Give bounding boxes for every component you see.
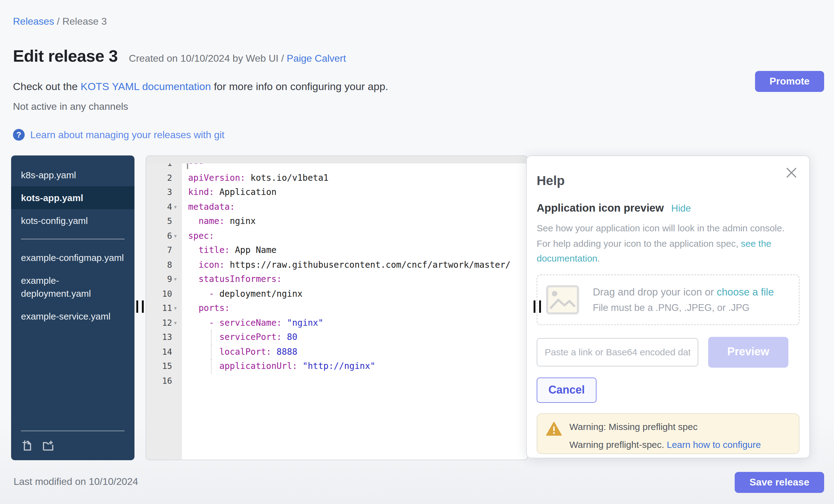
code-line-16: 16 bbox=[146, 374, 527, 388]
git-link-row: ? Learn about managing your releases wit… bbox=[13, 129, 224, 141]
line-number: 6 bbox=[146, 228, 172, 243]
dropzone-line1: Drag and drop your icon or choose a file bbox=[593, 286, 774, 298]
icon-preview-title: Application icon preview bbox=[537, 202, 664, 215]
kots-yaml-doc-link[interactable]: KOTS YAML documentation bbox=[81, 81, 211, 92]
git-releases-link[interactable]: Learn about managing your releases with … bbox=[30, 129, 224, 140]
warning-line2: Warning preflight-spec. Learn how to con… bbox=[569, 439, 761, 450]
new-folder-icon[interactable] bbox=[42, 439, 55, 452]
icon-url-input[interactable] bbox=[537, 338, 698, 366]
code-line-7: 7 title: App Name bbox=[146, 243, 527, 258]
code-text: icon: https://raw.githubusercontent.com/… bbox=[188, 258, 527, 272]
code-text: name: nginx bbox=[188, 214, 527, 228]
breadcrumb: Releases / Release 3 bbox=[13, 16, 107, 27]
breadcrumb-separator: / bbox=[57, 16, 62, 26]
cancel-button[interactable]: Cancel bbox=[537, 377, 596, 402]
code-rows: 1---2apiVersion: kots.io/v1beta13kind: A… bbox=[146, 156, 527, 388]
code-line-15: 15 applicationUrl: "http://nginx" bbox=[146, 359, 527, 374]
fold-arrow-icon[interactable]: ▾ bbox=[173, 301, 181, 315]
line-number: 2 bbox=[146, 171, 172, 185]
last-modified-text: Last modified on 10/10/2024 bbox=[14, 476, 138, 487]
file-list-divider bbox=[21, 239, 125, 239]
sidebar-icons bbox=[11, 431, 134, 460]
created-info: Created on 10/10/2024 by Web UI / Paige … bbox=[129, 53, 346, 64]
icon-dropzone[interactable]: Drag and drop your icon or choose a file… bbox=[537, 274, 799, 325]
code-line-2: 2apiVersion: kots.io/v1beta1 bbox=[146, 171, 527, 185]
breadcrumb-releases-link[interactable]: Releases bbox=[13, 16, 54, 26]
code-text: localPort: 8888 bbox=[188, 345, 527, 359]
file-item-example-deployment.yaml[interactable]: example-deployment.yaml bbox=[11, 269, 132, 305]
code-line-10: 10 - deployment/nginx bbox=[146, 287, 527, 301]
line-number: 3 bbox=[146, 185, 172, 200]
yaml-code-editor[interactable]: 1---2apiVersion: kots.io/v1beta13kind: A… bbox=[146, 155, 528, 460]
code-text: title: App Name bbox=[188, 243, 527, 258]
new-file-icon[interactable] bbox=[21, 439, 34, 452]
title-row: Edit release 3 Created on 10/10/2024 by … bbox=[13, 47, 346, 66]
warning-icon bbox=[546, 421, 562, 436]
code-line-6: 6▾spec: bbox=[146, 228, 527, 243]
channel-status: Not active in any channels bbox=[13, 101, 128, 112]
code-line-12: 12▾ - serviceName: "nginx" bbox=[146, 315, 527, 330]
fold-arrow-icon[interactable]: ▾ bbox=[173, 200, 181, 214]
code-line-3: 3kind: Application bbox=[146, 185, 527, 200]
editor-top-strip bbox=[146, 156, 527, 163]
file-item-example-service.yaml[interactable]: example-service.yaml bbox=[11, 305, 132, 328]
code-line-13: 13 servicePort: 80 bbox=[146, 330, 527, 345]
sidebar-bottom bbox=[11, 431, 134, 460]
image-placeholder-icon bbox=[546, 285, 579, 314]
file-item-kots-app.yaml[interactable]: kots-app.yaml bbox=[11, 186, 134, 209]
help-panel-resize-handle[interactable] bbox=[533, 301, 542, 313]
code-text: ports: bbox=[188, 301, 527, 315]
help-panel: Help Application icon preview Hide See h… bbox=[526, 155, 810, 458]
learn-configure-link[interactable]: Learn how to configure bbox=[667, 439, 761, 450]
file-item-kots-config.yaml[interactable]: kots-config.yaml bbox=[11, 209, 132, 232]
code-text: apiVersion: kots.io/v1beta1 bbox=[188, 171, 527, 185]
doc-line: Check out the KOTS YAML documentation fo… bbox=[13, 81, 388, 93]
code-text: statusInformers: bbox=[188, 272, 527, 287]
file-list: k8s-app.yamlkots-app.yamlkots-config.yam… bbox=[11, 155, 134, 328]
code-text: - deployment/nginx bbox=[188, 287, 527, 301]
line-number: 5 bbox=[146, 214, 172, 228]
code-text: servicePort: 80 bbox=[188, 330, 527, 345]
line-number: 13 bbox=[146, 330, 172, 345]
help-title: Help bbox=[537, 173, 799, 188]
code-text: metadata: bbox=[188, 200, 527, 214]
code-line-14: 14 localPort: 8888 bbox=[146, 345, 527, 359]
save-release-button[interactable]: Save release bbox=[735, 472, 824, 493]
file-tree-sidebar: k8s-app.yamlkots-app.yamlkots-config.yam… bbox=[11, 155, 134, 460]
line-number: 12 bbox=[146, 315, 172, 330]
code-line-11: 11▾ ports: bbox=[146, 301, 527, 315]
line-number: 7 bbox=[146, 243, 172, 258]
hide-link[interactable]: Hide bbox=[671, 203, 691, 214]
icon-preview-description: See how your application icon will look … bbox=[537, 221, 785, 266]
sidebar-resize-handle[interactable] bbox=[136, 301, 145, 313]
code-text: applicationUrl: "http://nginx" bbox=[188, 359, 527, 374]
line-number: 8 bbox=[146, 258, 172, 272]
code-text: kind: Application bbox=[188, 185, 527, 200]
dropzone-line2: File must be a .PNG, .JPEG, or .JPG bbox=[593, 302, 774, 313]
code-line-4: 4▾metadata: bbox=[146, 200, 527, 214]
code-line-9: 9▾ statusInformers: bbox=[146, 272, 527, 287]
code-text: spec: bbox=[188, 228, 527, 243]
breadcrumb-current: Release 3 bbox=[62, 16, 107, 26]
fold-arrow-icon[interactable]: ▾ bbox=[173, 315, 181, 330]
warning-line1: Warning: Missing preflight spec bbox=[569, 421, 761, 432]
file-item-example-configmap.yaml[interactable]: example-configmap.yaml bbox=[11, 246, 132, 269]
preflight-warning: Warning: Missing preflight spec Warning … bbox=[537, 413, 799, 454]
code-line-8: 8 icon: https://raw.githubusercontent.co… bbox=[146, 258, 527, 272]
choose-file-link[interactable]: choose a file bbox=[717, 286, 774, 297]
close-icon[interactable] bbox=[785, 166, 798, 179]
code-text: - serviceName: "nginx" bbox=[188, 315, 527, 330]
release-editor-page: Releases / Release 3 Edit release 3 Crea… bbox=[0, 0, 834, 504]
fold-arrow-icon[interactable]: ▾ bbox=[173, 272, 181, 287]
line-number: 14 bbox=[146, 345, 172, 359]
fold-arrow-icon[interactable]: ▾ bbox=[173, 228, 181, 243]
created-author-link[interactable]: Paige Calvert bbox=[287, 53, 346, 64]
file-item-k8s-app.yaml[interactable]: k8s-app.yaml bbox=[11, 163, 132, 186]
code-line-5: 5 name: nginx bbox=[146, 214, 527, 228]
preview-button[interactable]: Preview bbox=[708, 336, 788, 367]
promote-button[interactable]: Promote bbox=[755, 71, 824, 92]
page-title: Edit release 3 bbox=[13, 47, 118, 66]
line-number: 15 bbox=[146, 359, 172, 374]
line-number: 4 bbox=[146, 200, 172, 214]
line-number: 11 bbox=[146, 301, 172, 315]
